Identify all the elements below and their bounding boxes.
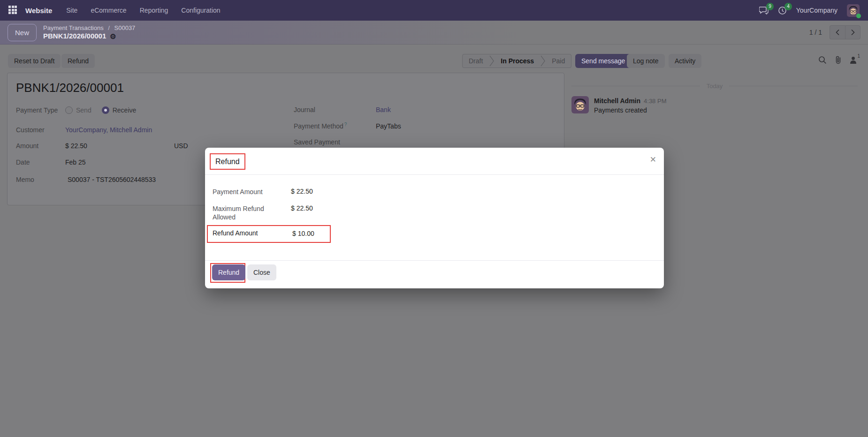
followers-icon[interactable]: 1 [850,56,860,64]
chevron-left-icon [836,29,840,36]
reset-to-draft-button[interactable]: Reset to Draft [8,54,61,68]
status-step-paid[interactable]: Paid [546,57,571,65]
message-body: Payments created [594,106,647,114]
messages-badge: 9 [766,3,774,10]
top-navbar: Website Site eCommerce Reporting Configu… [0,0,868,21]
payment-type-radio-group: Send Receive [65,106,136,114]
breadcrumb-payment-transactions[interactable]: Payment Transactions [43,24,104,31]
amount-currency: USD [174,142,188,150]
amount-value[interactable]: $ 22.50 [65,142,87,150]
radio-option-send[interactable]: Send [65,106,91,114]
breadcrumb: Payment Transactions / S00037 PBNK1/2026… [43,24,135,41]
maximum-refund-value: $ 22.50 [291,204,313,212]
step-separator-icon [540,54,546,68]
radio-send-unselected[interactable] [65,106,73,114]
payment-amount-value: $ 22.50 [291,188,313,195]
pager-counter: 1 / 1 [809,29,822,36]
activity-button[interactable]: Activity [669,54,701,68]
search-messages-icon[interactable] [818,56,827,64]
message-timestamp: 4:38 PM [644,98,666,105]
payment-type-label: Payment Type [16,106,58,114]
breadcrumb-separator: / [108,24,110,31]
date-divider-label: Today [700,83,730,90]
follower-count: 1 [857,53,860,61]
maximum-refund-label: Maximum Refund Allowed [213,204,271,221]
saved-payment-label: Saved Payment [294,138,340,146]
modal-title-annotation-box: Refund [210,153,245,170]
message-author[interactable]: Mitchell Admin4:38 PM [594,97,666,105]
chevron-right-icon [851,29,855,36]
modal-close-button[interactable]: Close [247,264,276,280]
payment-method-label: Payment Method? [294,122,346,130]
control-panel: New Payment Transactions / S00037 PBNK1/… [0,21,868,45]
nav-item-configuration[interactable]: Configuration [181,7,220,14]
gear-icon[interactable]: ⚙ [110,33,116,40]
radio-send-label: Send [76,106,91,114]
refund-amount-label: Refund Amount [213,229,258,237]
refund-modal: Refund ✕ Payment Amount $ 22.50 Maximum … [205,148,664,288]
modal-footer: Refund Close [205,260,664,288]
modal-header: Refund ✕ [205,148,664,175]
online-status-dot [856,14,861,18]
memo-value[interactable]: S00037 - TST2605602448533 [68,176,156,183]
send-message-button[interactable]: Send message [575,54,631,68]
status-pipeline: Draft In Process Paid [462,54,571,68]
payment-amount-label: Payment Amount [213,188,271,196]
memo-label: Memo [16,176,34,183]
log-note-button[interactable]: Log note [627,54,665,68]
date-value[interactable]: Feb 25 [65,158,86,166]
payment-title: PBNK1/2026/00001 [16,81,124,95]
apps-menu-icon[interactable] [8,6,18,15]
company-switcher[interactable]: YourCompany [796,7,838,14]
journal-value-link[interactable]: Bank [376,106,391,113]
activities-icon[interactable]: 4 [778,6,787,15]
radio-option-receive[interactable]: Receive [102,106,137,114]
person-icon [850,56,857,64]
nav-item-reporting[interactable]: Reporting [140,7,168,14]
radio-receive-label: Receive [113,106,137,114]
modal-refund-button[interactable]: Refund [212,264,245,280]
chatter-toolbar-icons: 1 [818,55,860,64]
help-question-icon: ? [344,122,347,127]
new-button[interactable]: New [8,24,37,41]
pager-previous-button[interactable] [830,25,845,39]
date-divider: Today [571,83,858,90]
customer-value-link[interactable]: YourCompany, Mitchell Admin [65,126,152,134]
modal-close-icon[interactable]: ✕ [650,156,656,164]
nav-item-site[interactable]: Site [66,7,77,14]
search-icon [818,56,827,64]
modal-title: Refund [215,158,240,166]
date-label: Date [16,158,30,166]
attachments-icon[interactable] [835,55,842,64]
breadcrumb-current: PBNK1/2026/00001 [43,32,106,41]
step-separator-icon [489,54,495,68]
user-avatar[interactable] [847,4,860,17]
nav-item-ecommerce[interactable]: eCommerce [91,7,126,14]
refund-header-button[interactable]: Refund [61,54,95,68]
avatar-image [571,96,589,113]
payment-method-value: PayTabs [376,122,401,130]
message-author-avatar[interactable] [571,96,589,113]
customer-label: Customer [16,126,45,134]
app-name-website[interactable]: Website [25,7,52,15]
amount-label: Amount [16,142,38,150]
paperclip-icon [835,55,842,64]
journal-label: Journal [294,106,315,113]
status-step-draft[interactable]: Draft [463,57,489,65]
activities-badge: 4 [784,3,792,10]
radio-receive-selected[interactable] [102,106,109,114]
status-step-in-process[interactable]: In Process [495,57,540,65]
pager-next-button[interactable] [845,25,860,39]
refund-amount-input[interactable]: $ 10.00 [292,230,314,237]
breadcrumb-s00037[interactable]: S00037 [114,24,136,31]
messages-icon[interactable]: 9 [759,6,769,15]
